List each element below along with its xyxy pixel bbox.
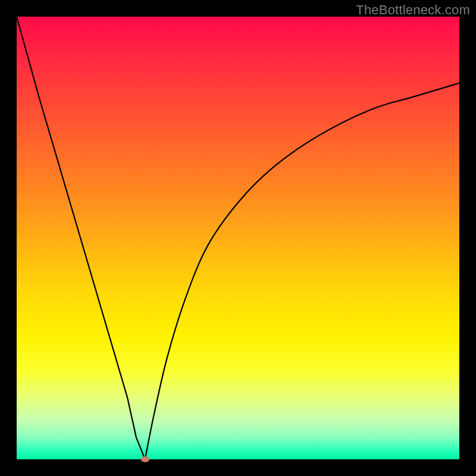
watermark-text: TheBottleneck.com <box>356 2 470 18</box>
chart-plot-area <box>17 17 459 459</box>
curve-path <box>17 17 459 459</box>
bottleneck-curve <box>17 17 459 459</box>
optimum-marker <box>141 456 149 462</box>
